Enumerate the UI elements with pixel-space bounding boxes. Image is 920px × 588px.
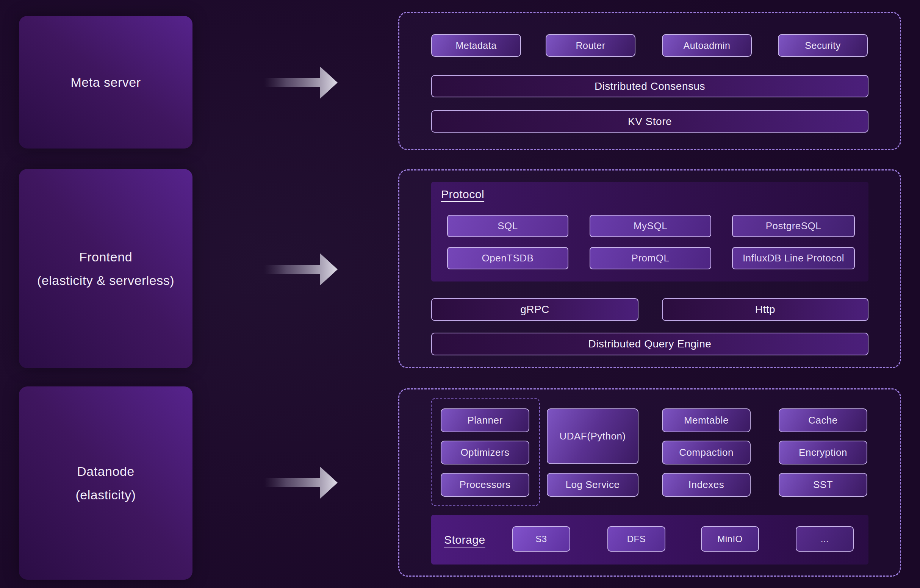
router-block: Router: [546, 34, 635, 57]
sql-block: SQL: [447, 215, 569, 237]
frontend-label-line1: Frontend: [79, 245, 132, 269]
influxdb-line-protocol-block: InfluxDB Line Protocol: [732, 247, 855, 269]
indexes-block: Indexes: [662, 473, 751, 497]
postgresql-block: PostgreSQL: [732, 215, 855, 237]
log-service-block: Log Service: [547, 473, 638, 497]
datanode-panel: Planner Optimizers Processors UDAF(Pytho…: [398, 388, 901, 577]
frontend-label-line2: (elasticity & serverless): [37, 269, 174, 292]
http-bar: Http: [662, 298, 868, 321]
s3-block: S3: [512, 526, 570, 552]
kv-store-bar: KV Store: [431, 110, 868, 133]
memtable-block: Memtable: [662, 408, 751, 432]
distributed-consensus-bar: Distributed Consensus: [431, 75, 868, 97]
datanode-label-line2: (elasticity): [75, 483, 136, 507]
frontend-node: Frontend (elasticity & serverless): [19, 169, 193, 368]
autoadmin-block: Autoadmin: [662, 34, 752, 57]
metadata-block: Metadata: [431, 34, 521, 57]
promql-block: PromQL: [590, 247, 711, 269]
right-arrow-icon: [264, 65, 339, 101]
more-backends-block: ...: [796, 526, 854, 552]
datanode-label-line1: Datanode: [77, 460, 134, 483]
meta-server-node: Meta server: [19, 16, 193, 149]
protocol-group: Protocol SQL MySQL PostgreSQL OpenTSDB P…: [431, 182, 868, 282]
planner-block: Planner: [441, 408, 529, 432]
right-arrow-icon: [264, 465, 339, 501]
meta-server-panel: Metadata Router Autoadmin Security Distr…: [398, 12, 901, 150]
compaction-block: Compaction: [662, 441, 751, 465]
right-arrow-icon: [264, 251, 339, 288]
encryption-block: Encryption: [779, 441, 867, 465]
udaf-python-block: UDAF(Python): [547, 408, 638, 464]
protocol-title: Protocol: [441, 188, 484, 201]
frontend-panel: Protocol SQL MySQL PostgreSQL OpenTSDB P…: [398, 169, 901, 368]
minio-block: MinIO: [701, 526, 759, 552]
architecture-diagram: Meta server Frontend (elasticity & serve…: [0, 0, 920, 588]
mysql-block: MySQL: [590, 215, 711, 237]
security-block: Security: [778, 34, 868, 57]
optimizers-block: Optimizers: [441, 441, 529, 465]
dfs-block: DFS: [607, 526, 666, 552]
distributed-query-engine-bar: Distributed Query Engine: [431, 333, 868, 355]
storage-group: Storage S3 DFS MinIO ...: [431, 515, 868, 565]
storage-title: Storage: [444, 533, 485, 546]
datanode-node: Datanode (elasticity): [19, 386, 193, 580]
meta-server-label: Meta server: [71, 70, 141, 94]
grpc-bar: gRPC: [431, 298, 638, 321]
cache-block: Cache: [779, 408, 867, 432]
processors-block: Processors: [441, 473, 529, 497]
sst-block: SST: [779, 473, 867, 497]
opentsdb-block: OpenTSDB: [447, 247, 569, 269]
